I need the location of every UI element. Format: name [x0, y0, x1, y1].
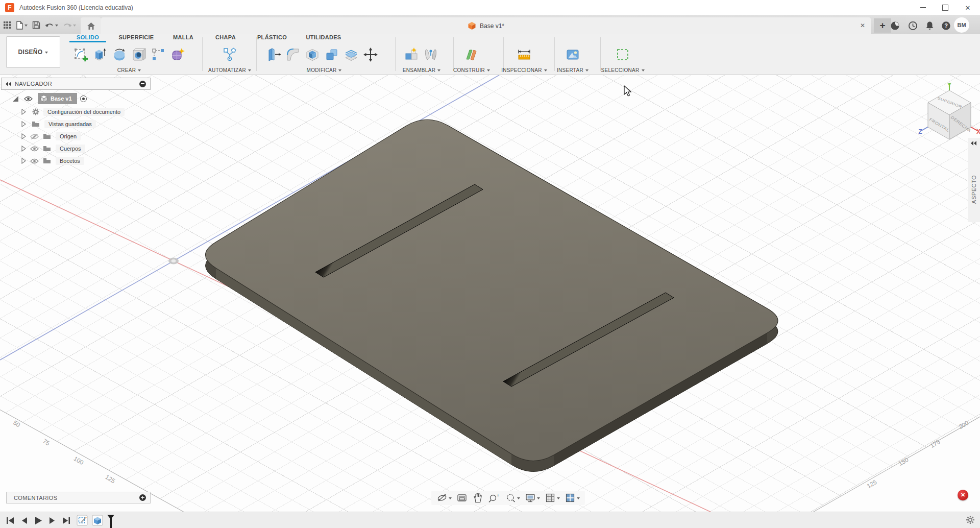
combine-button[interactable]: [323, 44, 341, 65]
grid-settings-button[interactable]: [545, 492, 560, 503]
new-component-button[interactable]: [402, 44, 421, 65]
comments-bar[interactable]: COMENTARIOS: [6, 492, 151, 503]
skip-to-end-button[interactable]: [62, 517, 70, 524]
navigator-panel-header[interactable]: NAVEGADOR: [1, 78, 151, 90]
navigator-item-configuracion[interactable]: Configuración del documento: [1, 106, 125, 118]
eye-visible-icon[interactable]: [24, 96, 33, 102]
select-button[interactable]: [614, 44, 632, 65]
viewport-3d[interactable]: 50 75 100 125 125 150 175 200: [0, 75, 980, 512]
view-cube[interactable]: SUPERIOR FRONTAL DERECHA Y Z X: [918, 82, 980, 146]
construct-plane-button[interactable]: [462, 44, 481, 65]
look-at-button[interactable]: [456, 492, 468, 503]
navigator-item-label[interactable]: Cuerpos: [56, 145, 85, 153]
aspect-panel-label: ASPECTO: [971, 175, 977, 204]
sketch-dimension-button[interactable]: [149, 44, 167, 65]
plate-top-face[interactable]: [206, 119, 778, 461]
home-view-button[interactable]: [81, 17, 101, 34]
undo-button[interactable]: [45, 21, 58, 29]
add-comment-button[interactable]: [139, 494, 146, 501]
offline-error-badge[interactable]: ✕: [958, 490, 968, 500]
skip-to-start-button[interactable]: [6, 517, 14, 524]
help-button[interactable]: ?: [939, 19, 952, 32]
move-button[interactable]: [361, 44, 380, 65]
insert-image-button[interactable]: [564, 44, 582, 65]
navigator-item-label[interactable]: Vistas guardadas: [44, 120, 96, 128]
press-pull-button[interactable]: [264, 44, 283, 65]
expand-arrow-icon[interactable]: [21, 146, 26, 152]
zoom-window-button[interactable]: [505, 492, 520, 503]
tab-chapa[interactable]: CHAPA: [208, 34, 243, 42]
workspace-selector[interactable]: DISEÑO: [6, 36, 60, 68]
activate-component-radio[interactable]: [80, 95, 87, 102]
window-minimize-button[interactable]: [913, 0, 933, 15]
pan-button[interactable]: [472, 492, 483, 503]
document-tab-close-button[interactable]: ✕: [859, 21, 867, 30]
expand-arrow-icon[interactable]: [21, 121, 26, 127]
navigator-item-label[interactable]: Bocetos: [56, 157, 84, 165]
timeline-extrude-feature[interactable]: [92, 515, 103, 526]
redo-button[interactable]: [63, 21, 76, 29]
navigator-item-vistas[interactable]: Vistas guardadas: [1, 118, 96, 130]
collapse-tree-icon[interactable]: [12, 95, 19, 102]
timeline-sketch-feature[interactable]: [77, 515, 88, 526]
window-maximize-button[interactable]: [936, 0, 955, 15]
revolve-button[interactable]: [110, 44, 129, 65]
expand-arrow-icon[interactable]: [21, 158, 26, 164]
joint-button[interactable]: [422, 44, 440, 65]
file-menu-button[interactable]: [16, 21, 28, 30]
navigator-item-label[interactable]: Configuración del documento: [43, 108, 125, 116]
expand-arrow-icon[interactable]: [21, 109, 26, 115]
navigator-item-cuerpos[interactable]: Cuerpos: [1, 142, 85, 155]
shell-button[interactable]: [303, 44, 322, 65]
eye-visible-icon[interactable]: [30, 146, 39, 152]
tab-malla[interactable]: MALLA: [165, 34, 201, 42]
extensions-button[interactable]: [888, 19, 901, 32]
aspect-panel[interactable]: ASPECTO: [968, 138, 980, 222]
notifications-button[interactable]: [923, 19, 936, 32]
step-forward-button[interactable]: [49, 517, 56, 524]
user-avatar[interactable]: BM: [954, 17, 969, 33]
window-close-button[interactable]: ✕: [958, 0, 977, 15]
offset-face-button[interactable]: [342, 44, 360, 65]
eye-hidden-icon[interactable]: [30, 133, 39, 140]
timeline-settings-button[interactable]: [966, 515, 975, 526]
model-plate-body[interactable]: [0, 75, 980, 512]
create-sketch-button[interactable]: [71, 44, 90, 65]
collapse-panel-icon[interactable]: [6, 82, 12, 86]
expand-panel-icon[interactable]: [971, 141, 977, 146]
viewports-button[interactable]: [565, 492, 580, 503]
tab-utilidades[interactable]: UTILIDADES: [299, 34, 348, 42]
tab-plastico[interactable]: PLÁSTICO: [251, 34, 293, 42]
navigator-collapse-button[interactable]: [139, 81, 146, 87]
app-grid-menu-button[interactable]: [3, 21, 11, 29]
save-button[interactable]: [32, 21, 40, 29]
timeline-position-marker[interactable]: [107, 515, 114, 528]
group-automatizar-dropdown[interactable]: AUTOMATIZAR: [197, 66, 263, 74]
navigator-item-bocetos[interactable]: Bocetos: [1, 155, 84, 167]
navigator-root-row[interactable]: Base v1: [1, 92, 87, 105]
group-crear-dropdown[interactable]: CREAR: [93, 66, 165, 74]
group-seleccionar-dropdown[interactable]: SELECCIONAR: [591, 66, 654, 74]
step-back-button[interactable]: [21, 517, 28, 524]
zoom-button[interactable]: ±: [488, 492, 500, 503]
play-button[interactable]: [34, 516, 42, 525]
display-settings-button[interactable]: [525, 492, 540, 503]
group-modificar-dropdown[interactable]: MODIFICAR: [293, 66, 355, 74]
create-form-button[interactable]: [168, 44, 187, 65]
timeline-bar: [0, 512, 980, 528]
expand-arrow-icon[interactable]: [21, 133, 26, 139]
document-tab[interactable]: Base v1* ✕: [101, 17, 871, 34]
fillet-button[interactable]: [284, 44, 302, 65]
eye-visible-icon[interactable]: [30, 158, 39, 164]
orbit-button[interactable]: [436, 492, 452, 503]
tab-superficie[interactable]: SUPERFICIE: [113, 34, 160, 42]
navigator-item-origen[interactable]: Origen: [1, 130, 81, 142]
navigator-root-pill[interactable]: Base v1: [38, 93, 77, 104]
navigator-item-label[interactable]: Origen: [56, 132, 81, 140]
automate-button[interactable]: [220, 44, 239, 65]
hole-button[interactable]: [130, 44, 148, 65]
measure-button[interactable]: [515, 44, 533, 65]
job-status-button[interactable]: [906, 19, 919, 32]
comments-label: COMENTARIOS: [14, 495, 57, 501]
extrude-button[interactable]: [91, 44, 109, 65]
